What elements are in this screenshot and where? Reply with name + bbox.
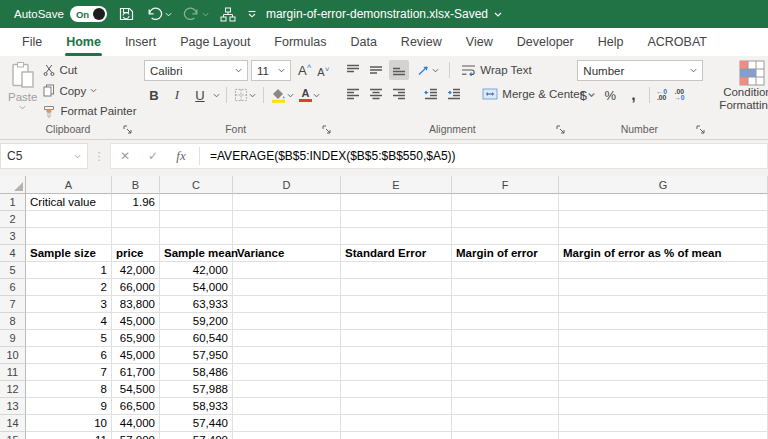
cell-G3[interactable] <box>559 228 768 245</box>
cell-F4[interactable]: Margin of error <box>452 245 559 262</box>
row-header-12[interactable]: 12 <box>0 381 26 398</box>
cell-D8[interactable] <box>233 313 341 330</box>
align-right-button[interactable] <box>389 84 409 104</box>
cell-F9[interactable] <box>452 330 559 347</box>
cell-D4[interactable]: Variance <box>233 245 341 262</box>
increase-indent-button[interactable] <box>444 84 464 104</box>
tab-view[interactable]: View <box>454 28 505 56</box>
cell-E2[interactable] <box>341 211 452 228</box>
cell-E13[interactable] <box>341 398 452 415</box>
cell-C12[interactable]: 57,988 <box>160 381 233 398</box>
cell-A8[interactable]: 4 <box>26 313 112 330</box>
cell-A11[interactable]: 7 <box>26 364 112 381</box>
align-left-button[interactable] <box>343 84 363 104</box>
wrap-text-button[interactable]: Wrap Text <box>459 61 533 79</box>
format-painter-button[interactable]: Format Painter <box>41 102 138 120</box>
cell-D7[interactable] <box>233 296 341 313</box>
column-header-G[interactable]: G <box>559 176 768 194</box>
row-header-15[interactable]: 15 <box>0 432 26 439</box>
cell-B7[interactable]: 83,800 <box>112 296 160 313</box>
cell-F11[interactable] <box>452 364 559 381</box>
column-header-B[interactable]: B <box>112 176 160 194</box>
cell-E12[interactable] <box>341 381 452 398</box>
tab-review[interactable]: Review <box>389 28 454 56</box>
align-middle-button[interactable] <box>366 60 386 80</box>
redo-button[interactable] <box>183 7 209 21</box>
decrease-font-button[interactable]: A˅ <box>317 64 329 78</box>
save-button[interactable] <box>118 6 135 22</box>
cell-B5[interactable]: 42,000 <box>112 262 160 279</box>
alignment-dialog-launcher[interactable] <box>556 125 566 135</box>
comma-style-button[interactable]: , <box>623 85 643 105</box>
cancel-button[interactable]: ✕ <box>111 149 139 163</box>
cell-F14[interactable] <box>452 415 559 432</box>
cell-B15[interactable]: 57,000 <box>112 432 160 439</box>
undo-button[interactable] <box>146 7 172 21</box>
cell-B14[interactable]: 44,000 <box>112 415 160 432</box>
cell-E4[interactable]: Standard Error <box>341 245 452 262</box>
tab-data[interactable]: Data <box>338 28 388 56</box>
cell-E14[interactable] <box>341 415 452 432</box>
cell-A6[interactable]: 2 <box>26 279 112 296</box>
cut-button[interactable]: Cut <box>41 61 138 79</box>
tab-acrobat[interactable]: ACROBAT <box>635 28 719 56</box>
cell-E7[interactable] <box>341 296 452 313</box>
select-all-corner[interactable] <box>0 176 26 194</box>
cell-D10[interactable] <box>233 347 341 364</box>
cell-B3[interactable] <box>112 228 160 245</box>
cell-A4[interactable]: Sample size <box>26 245 112 262</box>
cell-F6[interactable] <box>452 279 559 296</box>
cell-G8[interactable] <box>559 313 768 330</box>
row-header-7[interactable]: 7 <box>0 296 26 313</box>
cell-A7[interactable]: 3 <box>26 296 112 313</box>
cell-D3[interactable] <box>233 228 341 245</box>
paste-button[interactable]: Paste <box>8 60 37 122</box>
orientation-button[interactable] <box>416 60 440 80</box>
redo-dropdown-icon[interactable] <box>202 12 209 17</box>
font-color-button[interactable]: A <box>298 85 321 105</box>
cell-G4[interactable]: Margin of error as % of mean <box>559 245 768 262</box>
cell-C11[interactable]: 58,486 <box>160 364 233 381</box>
cell-E10[interactable] <box>341 347 452 364</box>
underline-button[interactable]: U <box>190 85 210 105</box>
title-dropdown-icon[interactable] <box>494 12 502 17</box>
cell-D13[interactable] <box>233 398 341 415</box>
column-header-E[interactable]: E <box>341 176 452 194</box>
cell-A14[interactable]: 10 <box>26 415 112 432</box>
cell-C1[interactable] <box>160 194 233 211</box>
cell-B6[interactable]: 66,000 <box>112 279 160 296</box>
customize-qat-button[interactable] <box>247 10 257 18</box>
cell-F7[interactable] <box>452 296 559 313</box>
cell-F1[interactable] <box>452 194 559 211</box>
tab-page-layout[interactable]: Page Layout <box>168 28 262 56</box>
cell-B9[interactable]: 65,900 <box>112 330 160 347</box>
cell-B1[interactable]: 1.96 <box>112 194 160 211</box>
cell-E9[interactable] <box>341 330 452 347</box>
copy-button[interactable]: Copy <box>41 82 138 100</box>
underline-dropdown-icon[interactable] <box>213 93 220 98</box>
italic-button[interactable]: I <box>167 85 187 105</box>
cell-A3[interactable] <box>26 228 112 245</box>
cell-G2[interactable] <box>559 211 768 228</box>
cell-D1[interactable] <box>233 194 341 211</box>
cell-F13[interactable] <box>452 398 559 415</box>
fill-color-button[interactable] <box>270 85 295 105</box>
cell-G1[interactable] <box>559 194 768 211</box>
name-box[interactable]: C5 <box>0 143 88 169</box>
borders-button[interactable] <box>233 85 257 105</box>
column-header-D[interactable]: D <box>233 176 341 194</box>
cell-G11[interactable] <box>559 364 768 381</box>
row-header-8[interactable]: 8 <box>0 313 26 330</box>
accounting-format-button[interactable]: $ <box>577 85 597 105</box>
cell-F3[interactable] <box>452 228 559 245</box>
cell-G7[interactable] <box>559 296 768 313</box>
cell-F15[interactable] <box>452 432 559 439</box>
column-header-F[interactable]: F <box>452 176 559 194</box>
cell-B11[interactable]: 61,700 <box>112 364 160 381</box>
tab-insert[interactable]: Insert <box>113 28 168 56</box>
font-name-combo[interactable]: Calibri <box>144 60 248 81</box>
cell-D12[interactable] <box>233 381 341 398</box>
cell-C10[interactable]: 57,950 <box>160 347 233 364</box>
cell-F8[interactable] <box>452 313 559 330</box>
cell-A15[interactable]: 11 <box>26 432 112 439</box>
